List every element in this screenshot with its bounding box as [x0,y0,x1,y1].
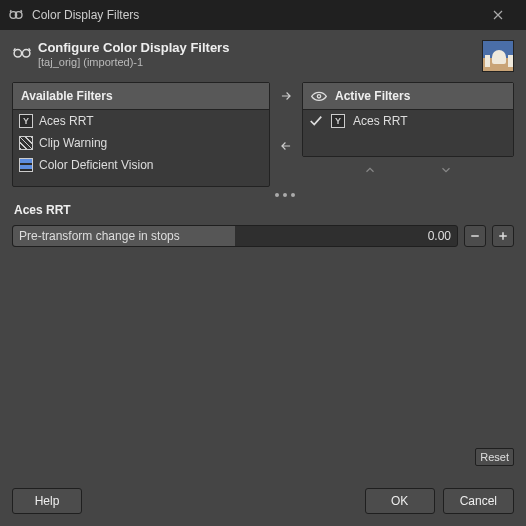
add-filter-button[interactable] [277,87,295,105]
visibility-icon [311,90,327,102]
active-filters-heading: Active Filters [335,89,410,103]
svg-point-4 [317,94,320,97]
selected-filter-name: Aces RRT [14,203,514,217]
available-filter-item[interactable]: Color Deficient Vision [13,154,269,176]
active-filter-item[interactable]: Y Aces RRT [303,110,513,132]
decrement-button[interactable] [464,225,486,247]
filter-icon [19,158,33,172]
dialog-header: Configure Color Display Filters [taj_ori… [12,40,514,72]
stops-label: Pre-transform change in stops [19,229,180,243]
available-filter-label: Aces RRT [39,114,93,128]
available-filters-panel: Available Filters Y Aces RRT Clip Warnin… [12,82,270,187]
remove-filter-button[interactable] [277,137,295,155]
stops-value: 0.00 [428,229,451,243]
move-up-button[interactable] [363,163,377,181]
available-filter-label: Clip Warning [39,136,107,150]
move-down-button[interactable] [439,163,453,181]
increment-button[interactable] [492,225,514,247]
available-filters-heading: Available Filters [13,83,269,110]
cancel-button[interactable]: Cancel [443,488,514,514]
window-title: Color Display Filters [32,8,139,22]
titlebar: Color Display Filters [0,0,526,30]
dialog-title: Configure Color Display Filters [38,40,229,55]
available-filter-label: Color Deficient Vision [39,158,154,172]
check-icon[interactable] [309,114,323,128]
app-icon [8,7,24,23]
available-filter-item[interactable]: Clip Warning [13,132,269,154]
reset-button[interactable]: Reset [475,448,514,466]
stops-slider[interactable]: Pre-transform change in stops 0.00 [12,225,458,247]
glasses-icon [12,42,32,62]
available-filter-item[interactable]: Y Aces RRT [13,110,269,132]
grip-handle-icon[interactable] [270,193,300,197]
filter-icon: Y [19,114,33,128]
filter-icon [19,136,33,150]
close-button[interactable] [478,0,518,30]
active-filters-panel: Active Filters Y Aces RRT [302,82,514,157]
svg-point-3 [22,50,29,57]
ok-button[interactable]: OK [365,488,435,514]
filter-icon: Y [331,114,345,128]
active-filter-label: Aces RRT [353,114,407,128]
svg-point-2 [14,50,21,57]
dialog-subtitle: [taj_orig] (imported)-1 [38,56,229,68]
help-button[interactable]: Help [12,488,82,514]
image-thumbnail [482,40,514,72]
